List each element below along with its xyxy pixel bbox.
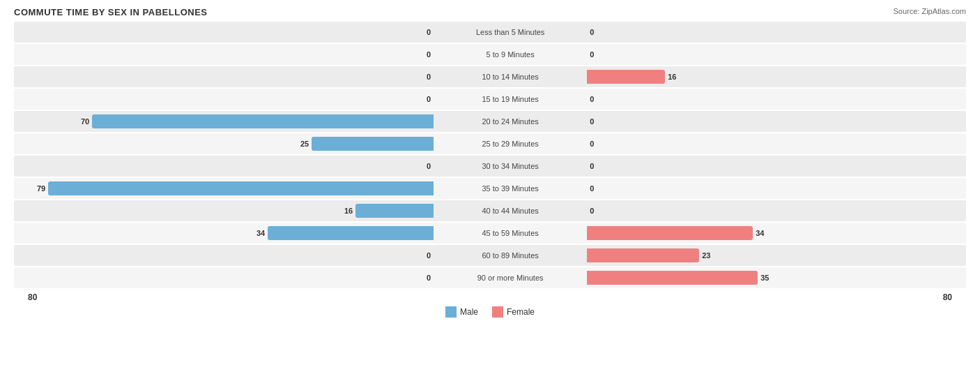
female-legend-item: Female (492, 306, 535, 318)
female-value: 0 (590, 140, 594, 148)
male-value: 0 (427, 274, 431, 282)
female-legend-label: Female (507, 307, 535, 317)
female-bar (587, 226, 753, 240)
row-label: 45 to 59 Minutes (434, 229, 587, 237)
male-value: 0 (427, 73, 431, 81)
male-value: 0 (427, 50, 431, 59)
female-legend-icon (492, 306, 503, 318)
chart-container: COMMUTE TIME BY SEX IN PABELLONES Source… (0, 0, 980, 365)
female-section: 0 (587, 89, 966, 110)
male-section: 0 (14, 22, 434, 43)
bar-row: 7020 to 24 Minutes0 (14, 111, 966, 132)
bar-row: 090 or more Minutes35 (14, 267, 966, 288)
male-section: 0 (14, 267, 434, 288)
male-value: 0 (427, 251, 431, 260)
female-value: 0 (590, 184, 594, 193)
male-section: 0 (14, 44, 434, 65)
row-label: 15 to 19 Minutes (434, 95, 587, 103)
female-section: 34 (587, 223, 966, 244)
male-legend-icon (445, 306, 457, 318)
male-section: 0 (14, 245, 434, 266)
male-value: 34 (257, 229, 265, 237)
bar-row: 3445 to 59 Minutes34 (14, 223, 966, 244)
male-section: 34 (14, 223, 434, 244)
male-bar (268, 226, 434, 240)
female-bar (587, 70, 665, 84)
axis-right: 80 (943, 292, 952, 302)
source-text: Source: ZipAtlas.com (893, 7, 966, 15)
row-label: 35 to 39 Minutes (434, 184, 587, 193)
male-bar (48, 181, 434, 195)
female-value: 35 (760, 274, 769, 282)
female-value: 0 (590, 50, 594, 59)
male-section: 0 (14, 66, 434, 87)
female-bar (587, 248, 699, 262)
male-value: 16 (344, 207, 353, 215)
male-legend-label: Male (460, 307, 478, 317)
male-section: 79 (14, 178, 434, 199)
female-section: 0 (587, 178, 966, 199)
male-bar (355, 204, 434, 218)
row-label: 40 to 44 Minutes (434, 207, 587, 215)
female-section: 0 (587, 200, 966, 221)
row-label: 90 or more Minutes (434, 274, 587, 282)
bar-row: 05 to 9 Minutes0 (14, 44, 966, 65)
row-label: Less than 5 Minutes (434, 28, 587, 36)
bar-row: 1640 to 44 Minutes0 (14, 200, 966, 221)
bar-row: 015 to 19 Minutes0 (14, 89, 966, 110)
male-value: 0 (427, 162, 431, 170)
female-value: 0 (590, 95, 594, 103)
female-value: 0 (590, 28, 594, 36)
chart-title: COMMUTE TIME BY SEX IN PABELLONES (14, 7, 966, 17)
row-label: 5 to 9 Minutes (434, 50, 587, 59)
row-label: 25 to 29 Minutes (434, 140, 587, 148)
female-value: 0 (590, 207, 594, 215)
male-section: 16 (14, 200, 434, 221)
female-section: 0 (587, 22, 966, 43)
female-value: 23 (702, 251, 710, 260)
female-bar (587, 271, 758, 285)
male-value: 25 (300, 140, 309, 148)
bar-row: 0Less than 5 Minutes0 (14, 22, 966, 43)
row-label: 20 to 24 Minutes (434, 117, 587, 126)
female-section: 0 (587, 111, 966, 132)
axis-labels: 80 80 (14, 290, 966, 302)
female-value: 16 (668, 73, 676, 81)
rows-wrapper: 0Less than 5 Minutes005 to 9 Minutes0010… (14, 22, 966, 288)
bar-row: 010 to 14 Minutes16 (14, 66, 966, 87)
female-value: 0 (590, 117, 594, 126)
axis-left: 80 (28, 292, 37, 302)
row-label: 60 to 89 Minutes (434, 251, 587, 260)
male-section: 0 (14, 89, 434, 110)
bar-row: 060 to 89 Minutes23 (14, 245, 966, 266)
male-bar (312, 137, 434, 151)
female-section: 0 (587, 133, 966, 154)
male-value: 0 (427, 28, 431, 36)
female-section: 35 (587, 267, 966, 288)
bar-row: 030 to 34 Minutes0 (14, 156, 966, 177)
legend: Male Female (14, 306, 966, 318)
female-section: 0 (587, 44, 966, 65)
row-label: 30 to 34 Minutes (434, 162, 587, 170)
male-section: 70 (14, 111, 434, 132)
female-value: 34 (756, 229, 764, 237)
female-section: 16 (587, 66, 966, 87)
bar-row: 7935 to 39 Minutes0 (14, 178, 966, 199)
row-label: 10 to 14 Minutes (434, 73, 587, 81)
male-value: 70 (81, 117, 89, 126)
female-value: 0 (590, 162, 594, 170)
male-legend-item: Male (445, 306, 478, 318)
male-value: 0 (427, 95, 431, 103)
male-bar (92, 114, 434, 128)
female-section: 0 (587, 156, 966, 177)
male-section: 0 (14, 156, 434, 177)
male-value: 79 (37, 184, 45, 193)
bar-row: 2525 to 29 Minutes0 (14, 133, 966, 154)
female-section: 23 (587, 245, 966, 266)
male-section: 25 (14, 133, 434, 154)
